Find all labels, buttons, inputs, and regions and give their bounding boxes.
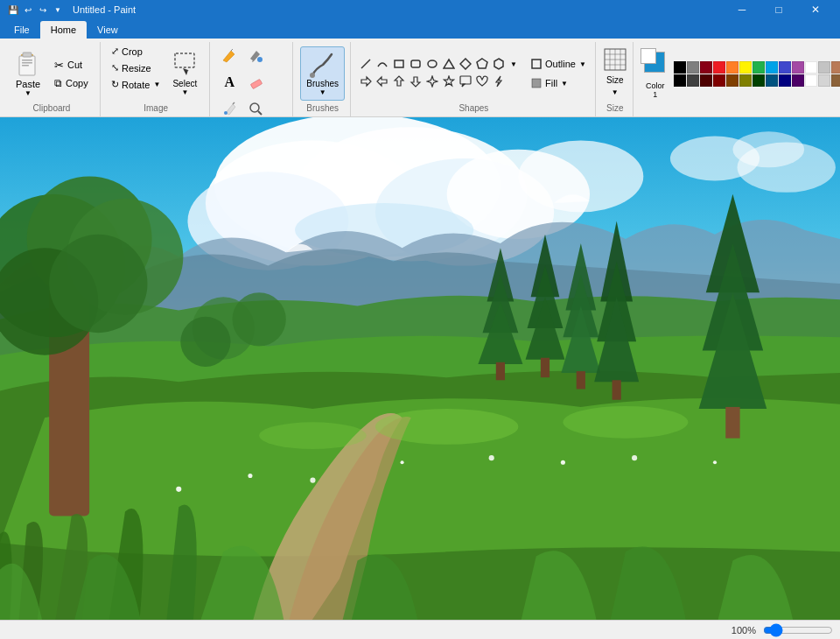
rotate-button[interactable]: ↻ Rotate ▼	[108, 77, 164, 92]
color-dark-orange[interactable]	[726, 74, 738, 87]
svg-point-92	[632, 455, 637, 460]
callout-shape[interactable]	[458, 74, 473, 89]
color-purple[interactable]	[792, 61, 804, 74]
color-olive[interactable]	[739, 74, 752, 87]
curve-shape[interactable]	[374, 56, 390, 72]
status-bar: 100%	[0, 620, 840, 639]
maximize-btn[interactable]: □	[761, 0, 796, 19]
undo-quick-btn[interactable]: ↩	[22, 4, 34, 16]
more-shapes[interactable]: ▼	[508, 56, 520, 72]
star4-shape[interactable]	[424, 74, 440, 89]
brushes-tool-active[interactable]: Brushes ▼	[300, 46, 345, 101]
copy-button[interactable]: ⧉ Copy	[51, 75, 94, 91]
select-tool-button[interactable]	[169, 47, 200, 79]
lightning-shape[interactable]	[491, 74, 507, 89]
outline-button[interactable]: Outline ▼	[527, 56, 590, 72]
close-btn[interactable]: ✕	[798, 0, 833, 19]
paste-dropdown[interactable]: ▼	[24, 89, 32, 97]
arrow-right-shape[interactable]	[358, 74, 374, 89]
crop-icon: ⤢	[111, 46, 119, 57]
color-white[interactable]	[805, 61, 817, 74]
arrow-down-shape[interactable]	[408, 74, 424, 89]
zoom-slider[interactable]	[763, 623, 833, 637]
color-saddle[interactable]	[831, 74, 840, 87]
color-selectors: Color1	[640, 48, 670, 99]
color-black-2[interactable]	[674, 74, 686, 87]
paste-icon	[14, 51, 42, 79]
save-quick-btn[interactable]: 💾	[7, 4, 19, 16]
pentagon-shape[interactable]	[474, 56, 490, 72]
line-shape[interactable]	[358, 56, 374, 72]
hexagon-shape[interactable]	[491, 56, 507, 72]
pencil-tool[interactable]	[217, 44, 242, 68]
resize-button[interactable]: ⤡ Resize	[108, 60, 164, 75]
arrow-left-shape[interactable]	[374, 74, 390, 89]
color-red[interactable]	[713, 61, 725, 74]
outline-fill-btns: Outline ▼ Fill ▼	[527, 56, 590, 91]
brushes-dropdown[interactable]: ▼	[319, 88, 326, 96]
arrow-up-shape[interactable]	[391, 74, 407, 89]
text-tool[interactable]: A	[217, 70, 242, 95]
color-blue[interactable]	[766, 61, 778, 74]
ellipse-shape[interactable]	[424, 56, 440, 72]
color-black[interactable]	[674, 61, 686, 74]
color-dark-red[interactable]	[700, 61, 712, 74]
rounded-rect-shape[interactable]	[408, 56, 424, 72]
tab-home[interactable]: Home	[40, 21, 87, 39]
fill-dropdown: ▼	[561, 80, 568, 88]
canvas-area[interactable]	[0, 117, 840, 620]
tab-file[interactable]: File	[4, 21, 40, 39]
app-window: 💾 ↩ ↪ ▼ Untitled - Paint ─ □ ✕ File Home…	[0, 0, 840, 639]
color-navy[interactable]	[766, 74, 778, 87]
color-maroon[interactable]	[713, 74, 725, 87]
minimize-btn[interactable]: ─	[724, 0, 760, 19]
svg-point-89	[401, 460, 404, 464]
color-dark-blue[interactable]	[779, 61, 791, 74]
size-dropdown[interactable]: ▼	[612, 88, 619, 96]
quick-access-more-btn[interactable]: ▼	[52, 4, 64, 16]
color-light-gray2[interactable]	[818, 74, 830, 87]
svg-point-85	[180, 317, 230, 367]
color-dark-navy[interactable]	[779, 74, 791, 87]
canvas-painting[interactable]	[0, 117, 840, 620]
color-orange[interactable]	[726, 61, 738, 74]
tools-group: A Tools	[212, 42, 293, 116]
color-green[interactable]	[752, 61, 765, 74]
color-dark-green[interactable]	[752, 74, 765, 87]
color-white-2[interactable]	[805, 74, 817, 87]
fill-button[interactable]: Fill ▼	[527, 75, 590, 91]
crop-button[interactable]: ⤢ Crop	[108, 44, 164, 59]
copy-icon: ⧉	[54, 77, 62, 89]
svg-point-13	[250, 103, 259, 112]
star5-shape[interactable]	[441, 74, 457, 89]
svg-point-94	[375, 409, 518, 445]
svg-marker-23	[494, 59, 503, 69]
cut-button[interactable]: ✂ Cut	[51, 57, 94, 74]
redo-quick-btn[interactable]: ↪	[37, 4, 49, 16]
color-dark-purple[interactable]	[792, 74, 804, 87]
rect-shape[interactable]	[391, 56, 407, 72]
color-brown[interactable]	[831, 61, 840, 74]
color-very-dark-red[interactable]	[700, 74, 712, 87]
color-light-gray[interactable]	[818, 61, 830, 74]
svg-point-88	[310, 478, 315, 483]
color2-swatch[interactable]	[640, 48, 656, 64]
heart-shape[interactable]	[474, 74, 490, 89]
color-dark-gray2[interactable]	[687, 74, 699, 87]
color-gray[interactable]	[687, 61, 699, 74]
eraser-tool[interactable]	[243, 70, 268, 95]
fill-tool[interactable]	[243, 44, 268, 68]
ribbon-tabs: File Home View	[0, 19, 840, 39]
tab-view[interactable]: View	[87, 21, 129, 39]
rotate-icon: ↻	[111, 79, 119, 90]
ribbon: Paste ▼ ✂ Cut ⧉ Copy Clipboard	[0, 39, 840, 117]
triangle-shape[interactable]	[441, 56, 457, 72]
brushes-label: Brushes	[306, 79, 339, 88]
color-yellow[interactable]	[739, 61, 752, 74]
diamond-shape[interactable]	[458, 56, 473, 72]
svg-rect-5	[23, 53, 32, 57]
paste-button[interactable]: Paste ▼	[9, 47, 47, 101]
svg-point-9	[257, 57, 262, 62]
svg-marker-21	[460, 59, 471, 69]
select-dropdown[interactable]: ▼	[181, 88, 188, 96]
